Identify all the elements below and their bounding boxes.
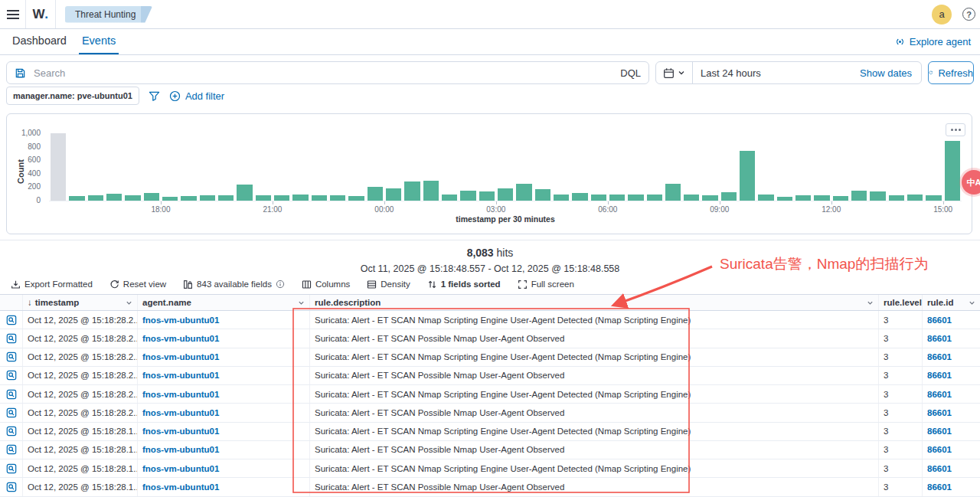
histogram-bar[interactable] xyxy=(814,195,829,201)
histogram-bar[interactable] xyxy=(609,195,625,201)
rule-id-link[interactable]: 86601 xyxy=(923,311,980,329)
rule-id-link[interactable]: 86601 xyxy=(923,348,980,366)
agent-name-link[interactable]: fnos-vm-ubuntu01 xyxy=(138,329,310,347)
expand-document-button[interactable] xyxy=(0,478,23,495)
filter-funnel-button[interactable] xyxy=(149,90,160,102)
agent-name-link[interactable]: fnos-vm-ubuntu01 xyxy=(138,459,310,477)
histogram-bar[interactable] xyxy=(218,195,234,201)
histogram-bar[interactable] xyxy=(665,184,681,201)
chevron-down-icon[interactable] xyxy=(867,299,874,306)
info-icon[interactable] xyxy=(276,280,285,289)
columns-button[interactable]: Columns xyxy=(302,280,350,289)
histogram-bar[interactable] xyxy=(572,193,587,201)
header-timestamp[interactable]: ↓ timestamp xyxy=(23,295,138,310)
agent-name-link[interactable]: fnos-vm-ubuntu01 xyxy=(138,367,310,384)
histogram-bar[interactable] xyxy=(51,133,66,201)
breadcrumb-threat-hunting[interactable]: Threat Hunting xyxy=(65,6,152,23)
agent-name-link[interactable]: fnos-vm-ubuntu01 xyxy=(138,478,310,495)
histogram-bar[interactable] xyxy=(106,194,122,201)
histogram-bar[interactable] xyxy=(442,195,457,201)
wazuh-logo[interactable]: W. xyxy=(26,7,55,22)
chevron-down-icon[interactable] xyxy=(969,299,975,306)
histogram-bar[interactable] xyxy=(740,151,755,201)
panel-options-button[interactable] xyxy=(946,123,965,136)
histogram-bar[interactable] xyxy=(423,181,439,201)
histogram-bar[interactable] xyxy=(554,195,569,201)
time-range-value[interactable]: Last 24 hours xyxy=(693,67,761,79)
histogram-bar[interactable] xyxy=(684,195,699,201)
histogram-bar[interactable] xyxy=(330,195,345,201)
header-rule-level[interactable]: rule.level xyxy=(879,295,923,310)
help-icon[interactable]: ? xyxy=(962,8,975,21)
histogram-bar[interactable] xyxy=(795,195,811,201)
available-fields-button[interactable]: 843 available fields xyxy=(183,280,285,289)
filter-pill-manager-name[interactable]: manager.name: pve-ubuntu01 xyxy=(6,87,139,105)
search-input[interactable] xyxy=(34,67,614,79)
histogram-bar[interactable] xyxy=(498,188,513,201)
histogram-bar[interactable] xyxy=(368,187,383,201)
explore-agent-button[interactable]: Explore agent xyxy=(894,36,971,47)
expand-document-button[interactable] xyxy=(0,404,23,421)
expand-document-button[interactable] xyxy=(0,459,23,477)
histogram-bar[interactable] xyxy=(460,191,475,201)
chevron-down-icon[interactable] xyxy=(126,299,132,306)
histogram-bar[interactable] xyxy=(88,195,103,201)
agent-name-link[interactable]: fnos-vm-ubuntu01 xyxy=(138,404,310,421)
expand-document-button[interactable] xyxy=(0,423,23,440)
query-language-button[interactable]: DQL xyxy=(614,67,641,79)
expand-document-button[interactable] xyxy=(0,385,23,403)
histogram-bar[interactable] xyxy=(200,195,215,201)
histogram-bar[interactable] xyxy=(591,195,606,201)
expand-document-button[interactable] xyxy=(0,367,23,384)
histogram-bar[interactable] xyxy=(926,195,941,201)
reset-view-button[interactable]: Reset view xyxy=(109,280,166,289)
refresh-button[interactable]: Refresh xyxy=(928,61,974,84)
agent-name-link[interactable]: fnos-vm-ubuntu01 xyxy=(138,385,310,403)
rule-id-link[interactable]: 86601 xyxy=(923,385,980,403)
rule-id-link[interactable]: 86601 xyxy=(923,423,980,440)
histogram-bar[interactable] xyxy=(256,195,271,201)
histogram-bar[interactable] xyxy=(535,189,550,201)
histogram-bar[interactable] xyxy=(907,195,923,201)
histogram-bar[interactable] xyxy=(479,191,495,201)
chevron-down-icon[interactable] xyxy=(298,299,305,306)
histogram-bar[interactable] xyxy=(516,184,531,201)
histogram-bar[interactable] xyxy=(274,195,289,201)
histogram-bar[interactable] xyxy=(628,195,643,201)
tab-dashboard[interactable]: Dashboard xyxy=(9,29,70,54)
histogram-bar[interactable] xyxy=(125,195,140,201)
expand-document-button[interactable] xyxy=(0,311,23,329)
sorted-fields-button[interactable]: 1 fields sorted xyxy=(427,280,501,289)
rule-id-link[interactable]: 86601 xyxy=(923,441,980,459)
histogram-bar[interactable] xyxy=(870,191,885,201)
histogram-bar[interactable] xyxy=(647,195,662,201)
histogram-bar[interactable] xyxy=(945,141,960,201)
agent-name-link[interactable]: fnos-vm-ubuntu01 xyxy=(138,311,310,329)
header-rule-description[interactable]: rule.description xyxy=(310,295,879,310)
rule-id-link[interactable]: 86601 xyxy=(923,329,980,347)
calendar-dropdown-button[interactable] xyxy=(656,62,693,83)
show-dates-button[interactable]: Show dates xyxy=(860,67,921,79)
menu-hamburger-button[interactable] xyxy=(0,0,26,28)
tab-events[interactable]: Events xyxy=(79,29,119,54)
header-agent-name[interactable]: agent.name xyxy=(138,295,310,310)
histogram-bar[interactable] xyxy=(144,193,159,201)
rule-id-link[interactable]: 86601 xyxy=(923,367,980,384)
histogram-bar[interactable] xyxy=(292,195,308,201)
rule-id-link[interactable]: 86601 xyxy=(923,404,980,421)
rule-id-link[interactable]: 86601 xyxy=(923,459,980,477)
histogram-bar[interactable] xyxy=(312,195,327,201)
header-rule-id[interactable]: rule.id xyxy=(923,295,980,310)
histogram-bar[interactable] xyxy=(702,195,717,201)
expand-document-button[interactable] xyxy=(0,441,23,459)
histogram-bar[interactable] xyxy=(889,195,904,201)
save-query-icon[interactable] xyxy=(15,67,26,79)
agent-name-link[interactable]: fnos-vm-ubuntu01 xyxy=(138,423,310,440)
histogram-bar[interactable] xyxy=(851,191,867,201)
histogram-bar[interactable] xyxy=(386,188,401,201)
density-button[interactable]: Density xyxy=(367,280,410,289)
agent-name-link[interactable]: fnos-vm-ubuntu01 xyxy=(138,441,310,459)
export-formatted-button[interactable]: Export Formatted xyxy=(11,280,93,289)
histogram-bar[interactable] xyxy=(237,185,252,201)
histogram-bar[interactable] xyxy=(404,181,420,201)
